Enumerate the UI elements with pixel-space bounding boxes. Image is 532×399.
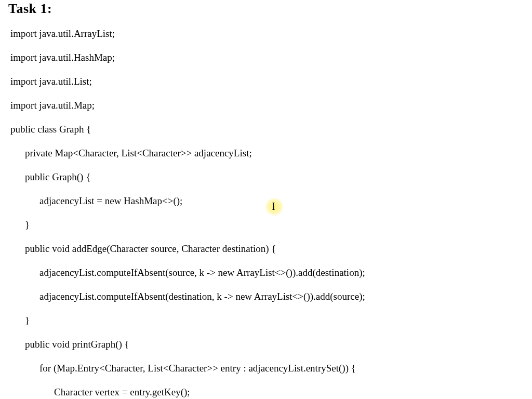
code-line: public Graph() {: [10, 171, 527, 183]
code-line: }: [10, 314, 527, 326]
code-line: Character vertex = entry.getKey();: [10, 386, 527, 398]
code-line: adjacencyList.computeIfAbsent(destinatio…: [10, 290, 527, 302]
code-line: import java.util.Map;: [10, 99, 527, 111]
code-line: public class Graph {: [10, 123, 527, 135]
code-block: import java.util.ArrayList; import java.…: [10, 16, 527, 399]
code-line: private Map<Character, List<Character>> …: [10, 147, 527, 159]
code-line: }: [10, 219, 527, 231]
task-title: Task 1:: [8, 1, 52, 17]
code-line: public void printGraph() {: [10, 338, 527, 350]
code-line: adjacencyList = new HashMap<>();: [10, 195, 527, 207]
code-line: import java.util.List;: [10, 75, 527, 87]
code-line: public void addEdge(Character source, Ch…: [10, 243, 527, 255]
code-line: adjacencyList.computeIfAbsent(source, k …: [10, 267, 527, 278]
code-line: import java.util.ArrayList;: [10, 28, 527, 39]
code-line: for (Map.Entry<Character, List<Character…: [10, 362, 527, 374]
code-line: import java.util.HashMap;: [10, 51, 527, 63]
